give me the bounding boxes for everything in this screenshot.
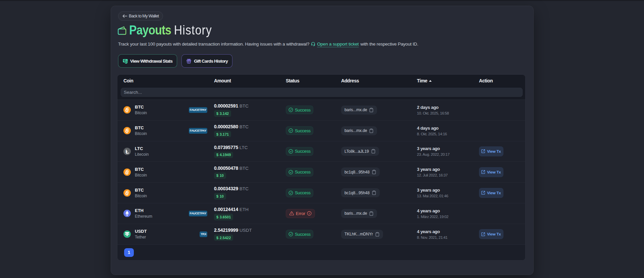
svg-text:Ł: Ł [125, 148, 129, 155]
